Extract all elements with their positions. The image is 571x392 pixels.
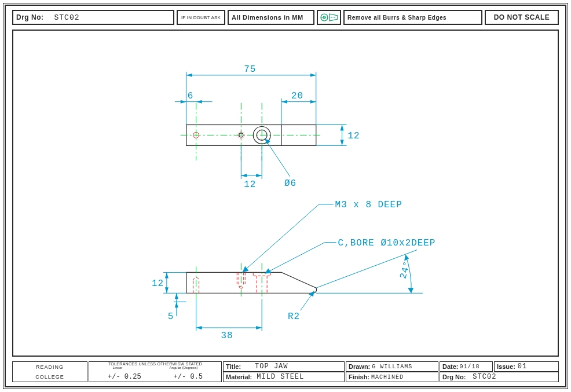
dim-38: 38 <box>221 331 233 341</box>
finish-label: Finish: <box>349 373 369 380</box>
svg-line-39 <box>265 138 290 177</box>
drgno2-value: STC02 <box>473 373 496 381</box>
drawn-value: G WILLIAMS <box>372 364 412 370</box>
dim-cbore: C,BORE Ø10x2DEEP <box>338 238 436 248</box>
date-label: Date: <box>442 363 459 370</box>
titleblock-row-1: READING TOLERANCES UNLESS OTHERWISW STAT… <box>12 361 559 372</box>
tol-lin-label: Linear <box>113 366 123 369</box>
projection-symbol-icon <box>318 12 340 23</box>
header-projection-cell <box>317 10 341 25</box>
svg-marker-35 <box>241 174 247 177</box>
svg-marker-76 <box>404 255 409 261</box>
tol-ang: +/- 0.5 <box>174 373 203 381</box>
header-drgno-cell: Drg No: STC02 <box>12 10 174 25</box>
svg-marker-31 <box>341 140 344 145</box>
drg-no-value: STC02 <box>54 13 80 22</box>
svg-marker-36 <box>256 174 262 177</box>
svg-marker-72 <box>309 291 314 296</box>
svg-marker-68 <box>256 326 262 329</box>
svg-line-80 <box>265 243 325 274</box>
dim-dia6: Ø6 <box>284 178 297 189</box>
dim-m3: M3 x 8 DEEP <box>335 200 402 210</box>
date-cell: Date: 01/18 <box>440 361 493 372</box>
dim-12-holes: 12 <box>244 179 256 190</box>
issue-value: 01 <box>518 362 527 371</box>
header-noscale-cell: DO NOT SCALE <box>485 10 559 25</box>
tol-values-cell: +/- 0.25 +/- 0.5 <box>89 372 222 382</box>
title-cell: Title: TOP JAW <box>223 361 345 372</box>
svg-marker-58 <box>165 287 169 293</box>
date-value: 01/18 <box>460 364 480 370</box>
svg-marker-79 <box>242 266 248 272</box>
material-label: Material: <box>226 373 252 380</box>
header-doubt-cell: IF IN DOUBT ASK <box>177 10 225 25</box>
title-label: Title: <box>226 363 241 370</box>
finish-cell: Finish: MACHINED <box>346 372 438 382</box>
dim-12-width: 12 <box>348 131 360 141</box>
issue-label: Issue: <box>497 363 515 370</box>
org-line1: READING <box>12 361 87 372</box>
drg-no-label: Drg No: <box>16 13 44 21</box>
tol-head: TOLERANCES UNLESS OTHERWISW STATED <box>89 362 221 366</box>
drawn-label: Drawn: <box>349 363 370 370</box>
material-cell: Material: MILD STEEL <box>223 372 345 382</box>
drawing-svg: 75 6 20 12 <box>13 31 558 356</box>
header-burrs-cell: Remove all Burrs & Sharp Edges <box>343 10 482 25</box>
drawing-area: 75 6 20 12 <box>12 30 559 357</box>
tol-lin: +/- 0.25 <box>108 373 141 381</box>
units-text: All Dimensions in MM <box>232 14 303 21</box>
svg-marker-67 <box>196 326 202 329</box>
dim-5: 5 <box>168 312 174 322</box>
svg-marker-27 <box>310 100 316 104</box>
svg-marker-62 <box>175 293 178 299</box>
plan-dims: 75 6 20 12 <box>175 64 360 190</box>
noscale-text: DO NOT SCALE <box>494 13 550 21</box>
plan-view <box>181 103 322 161</box>
dim-6: 6 <box>188 91 194 101</box>
issue-cell: Issue: 01 <box>494 361 559 372</box>
sheet: Drg No: STC02 IF IN DOUBT ASK All Dimens… <box>3 3 568 389</box>
tol-ang-label: Angular (Degrees) <box>169 366 197 369</box>
svg-marker-16 <box>186 74 192 77</box>
material-value: MILD STEEL <box>257 373 304 381</box>
doubt-text: IF IN DOUBT ASK <box>181 15 221 20</box>
dim-75: 75 <box>244 64 256 75</box>
svg-marker-30 <box>341 125 344 131</box>
header-strip: Drg No: STC02 IF IN DOUBT ASK All Dimens… <box>12 10 559 25</box>
header-units-cell: All Dimensions in MM <box>228 10 314 25</box>
tolerance-header-cell: TOLERANCES UNLESS OTHERWISW STATED Linea… <box>89 361 222 372</box>
burrs-text: Remove all Burrs & Sharp Edges <box>347 14 446 21</box>
svg-marker-82 <box>265 268 272 273</box>
finish-value: MACHINED <box>371 374 404 380</box>
dim-12-height: 12 <box>152 279 164 289</box>
dim-20: 20 <box>291 91 303 101</box>
org-line2: COLLEGE <box>12 372 87 382</box>
title-value: TOP JAW <box>255 362 288 371</box>
svg-line-77 <box>242 204 319 273</box>
side-view <box>186 263 317 299</box>
drgno2-cell: Drg No: STC02 <box>440 372 559 382</box>
titleblock-row-2: COLLEGE +/- 0.25 +/- 0.5 Material: MILD … <box>12 372 559 382</box>
drawn-cell: Drawn: G WILLIAMS <box>346 361 438 372</box>
svg-marker-26 <box>281 100 287 104</box>
drgno2-label: Drg No: <box>442 373 466 380</box>
svg-marker-75 <box>408 288 413 293</box>
titleblock: READING TOLERANCES UNLESS OTHERWISW STAT… <box>12 361 559 382</box>
svg-marker-17 <box>310 74 316 77</box>
dim-r2: R2 <box>288 312 300 322</box>
svg-marker-57 <box>165 272 169 278</box>
side-dims: 12 5 38 R2 <box>152 200 435 341</box>
